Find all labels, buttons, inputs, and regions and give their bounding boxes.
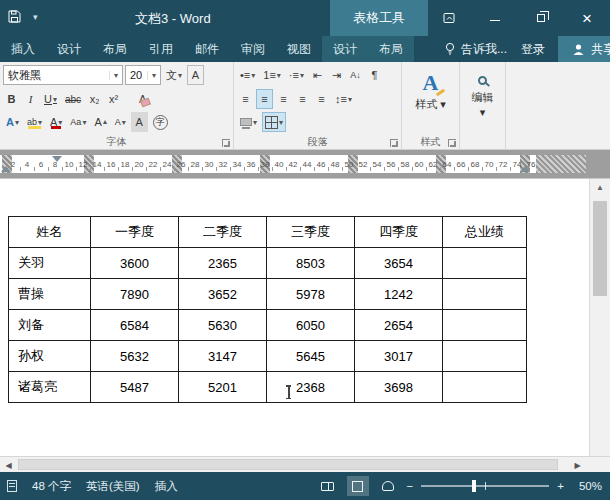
styles-button[interactable]: 样式 ▾ xyxy=(415,97,446,112)
decrease-indent-button[interactable]: ⇤ xyxy=(309,65,326,85)
table-header-cell[interactable]: 总业绩 xyxy=(443,217,527,248)
font-color-button[interactable]: A▾ xyxy=(47,112,65,132)
show-hide-marks-button[interactable]: ¶ xyxy=(366,65,383,85)
phonetic-guide-button[interactable]: 文▾ xyxy=(163,65,185,85)
grow-font-button[interactable]: A▾ xyxy=(91,112,109,132)
shrink-font-button[interactable]: A▾ xyxy=(112,112,129,132)
table-header-cell[interactable]: 一季度 xyxy=(91,217,179,248)
insert-mode-status[interactable]: 插入 xyxy=(155,479,178,494)
table-cell[interactable]: 5632 xyxy=(91,341,179,372)
sign-in-button[interactable]: 登录 xyxy=(521,36,545,62)
line-spacing-button[interactable]: ↕≡▾ xyxy=(332,89,355,109)
web-layout-button[interactable] xyxy=(377,476,399,496)
vertical-scroll-thumb[interactable] xyxy=(593,201,607,296)
font-size-combo[interactable]: 20 ▾ xyxy=(125,65,161,85)
print-layout-button[interactable] xyxy=(347,476,369,496)
table-cell[interactable]: 1242 xyxy=(355,279,443,310)
change-case-button[interactable]: Aa▾ xyxy=(67,112,89,132)
highlight-color-button[interactable]: ab▾ xyxy=(24,112,45,132)
tab-mailings[interactable]: 邮件 xyxy=(184,36,230,62)
table-cell[interactable]: 5978 xyxy=(267,279,355,310)
table-cell[interactable]: 2654 xyxy=(355,310,443,341)
document-page[interactable]: 姓名一季度二季度三季度四季度总业绩关羽3600236585033654曹操789… xyxy=(0,178,610,456)
superscript-button[interactable]: x² xyxy=(105,89,122,109)
table-header-cell[interactable]: 姓名 xyxy=(9,217,91,248)
tab-table-layout[interactable]: 布局 xyxy=(368,36,414,62)
scroll-right-button[interactable]: ▶ xyxy=(569,457,586,473)
align-right-button[interactable]: ≡ xyxy=(275,89,292,109)
sort-button[interactable]: A↓ xyxy=(347,65,364,85)
zoom-out-button[interactable]: − xyxy=(407,480,414,492)
table-cell[interactable]: 5645 xyxy=(267,341,355,372)
horizontal-scroll-thumb[interactable] xyxy=(18,459,558,470)
table-cell[interactable]: 3652 xyxy=(179,279,267,310)
tab-layout[interactable]: 布局 xyxy=(92,36,138,62)
numbering-button[interactable]: 1≡▾ xyxy=(260,65,284,85)
table-cell[interactable] xyxy=(443,248,527,279)
tell-me-box[interactable]: 告诉我... xyxy=(444,36,507,62)
qat-customize-button[interactable]: ▾ xyxy=(33,12,38,22)
table-cell[interactable] xyxy=(443,279,527,310)
align-center-button[interactable]: ≡ xyxy=(256,89,273,109)
increase-indent-button[interactable]: ⇥ xyxy=(328,65,345,85)
table-cell[interactable]: 3147 xyxy=(179,341,267,372)
font-name-dropdown[interactable]: ▾ xyxy=(109,71,122,80)
first-line-indent-marker[interactable] xyxy=(52,156,62,162)
text-effects-button[interactable]: A▾ xyxy=(3,112,22,132)
table-cell[interactable]: 2365 xyxy=(179,248,267,279)
minimize-button[interactable] xyxy=(472,0,518,36)
underline-button[interactable]: U▾ xyxy=(41,89,60,109)
clear-formatting-button[interactable]: A xyxy=(134,89,151,109)
character-border-button[interactable]: A xyxy=(187,65,204,85)
align-left-button[interactable]: ≡ xyxy=(237,89,254,109)
paragraph-dialog-launcher[interactable] xyxy=(390,139,398,147)
zoom-level[interactable]: 50% xyxy=(572,480,602,492)
read-mode-button[interactable] xyxy=(317,476,339,496)
subscript-button[interactable]: x₂ xyxy=(86,89,103,109)
styles-dialog-launcher[interactable] xyxy=(448,139,456,147)
word-count[interactable]: 48 个字 xyxy=(32,479,71,494)
table-cell[interactable]: 3600 xyxy=(91,248,179,279)
table-cell[interactable]: 孙权 xyxy=(9,341,91,372)
table-cell[interactable]: 3654 xyxy=(355,248,443,279)
font-name-combo[interactable]: 软雅黑 ▾ xyxy=(3,65,123,85)
horizontal-ruler[interactable]: 2468101214161820222426283032343638404244… xyxy=(0,155,586,173)
zoom-slider[interactable] xyxy=(421,485,549,487)
enclose-characters-button[interactable]: 字 xyxy=(150,112,171,132)
shading-button[interactable]: ▾ xyxy=(237,112,260,132)
table-cell[interactable]: 5630 xyxy=(179,310,267,341)
table-cell[interactable]: 5201 xyxy=(179,372,267,403)
table-cell[interactable]: 5487 xyxy=(91,372,179,403)
table-cell[interactable]: 诸葛亮 xyxy=(9,372,91,403)
table-cell[interactable]: 6584 xyxy=(91,310,179,341)
tab-insert[interactable]: 插入 xyxy=(0,36,46,62)
close-button[interactable]: × xyxy=(564,0,610,36)
save-button[interactable] xyxy=(8,10,21,23)
editing-button[interactable]: 编辑 xyxy=(472,90,494,105)
table-cell[interactable]: 3017 xyxy=(355,341,443,372)
multilevel-list-button[interactable]: ·≡▾ xyxy=(286,65,307,85)
borders-button[interactable]: ▾ xyxy=(262,112,286,132)
table-cell[interactable] xyxy=(443,372,527,403)
editing-dropdown-icon[interactable]: ▾ xyxy=(480,106,486,119)
table-cell[interactable]: 8503 xyxy=(267,248,355,279)
tab-design[interactable]: 设计 xyxy=(46,36,92,62)
tab-references[interactable]: 引用 xyxy=(138,36,184,62)
vertical-scrollbar[interactable]: ▲ xyxy=(589,179,610,457)
bold-button[interactable]: B xyxy=(3,89,20,109)
table-cell[interactable]: 关羽 xyxy=(9,248,91,279)
page-status-icon[interactable] xyxy=(7,480,17,492)
ribbon-display-options-button[interactable] xyxy=(426,0,472,36)
italic-button[interactable]: I xyxy=(22,89,39,109)
table-cell[interactable] xyxy=(443,310,527,341)
left-indent-marker[interactable] xyxy=(1,166,11,172)
table-cell[interactable]: 刘备 xyxy=(9,310,91,341)
tab-table-design[interactable]: 设计 xyxy=(322,36,368,62)
bullets-button[interactable]: •≡▾ xyxy=(237,65,258,85)
zoom-in-button[interactable]: + xyxy=(557,480,564,492)
tab-review[interactable]: 审阅 xyxy=(230,36,276,62)
right-indent-marker[interactable] xyxy=(520,166,530,172)
table-cell[interactable] xyxy=(443,341,527,372)
table-header-cell[interactable]: 四季度 xyxy=(355,217,443,248)
character-shading-button[interactable]: A xyxy=(131,112,148,132)
